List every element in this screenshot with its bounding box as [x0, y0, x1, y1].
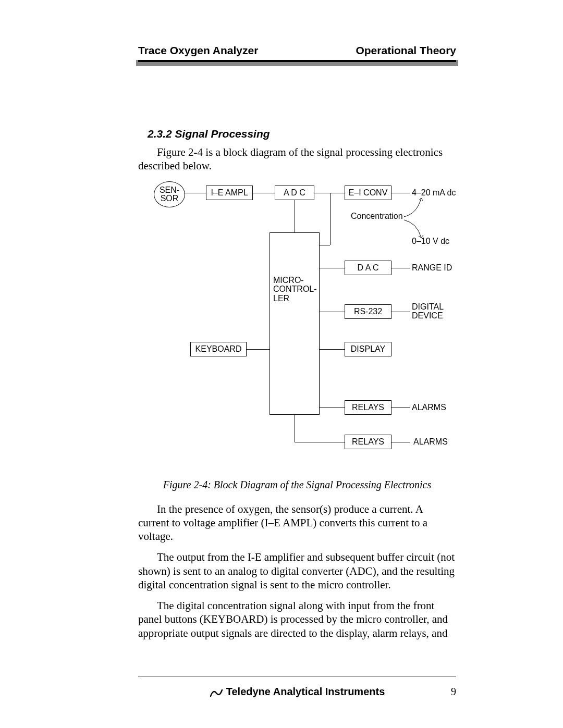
page-header: Trace Oxygen Analyzer Operational Theory [138, 44, 456, 62]
keyboard-block: KEYBOARD [190, 342, 247, 356]
line-micro-dac [320, 268, 345, 268]
line-micro-display [320, 349, 345, 350]
footer-brand: Teledyne Analytical Instruments [226, 686, 385, 697]
page-footer: Teledyne Analytical Instruments 9 [138, 676, 456, 699]
relays1-block: RELAYS [345, 400, 391, 415]
section-heading: 2.3.2 Signal Processing [148, 128, 456, 140]
output-0-10v: 0–10 V dc [412, 237, 449, 246]
paragraph-2-text: The output from the I-E amplifier and su… [138, 551, 455, 591]
intro-paragraph: Figure 2-4 is a block diagram of the sig… [138, 145, 456, 173]
alarms2-label: ALARMS [413, 437, 448, 447]
adc-block: A D C [275, 186, 314, 200]
line-adc-micro [295, 200, 295, 232]
line-micro-down [295, 415, 295, 442]
paragraph-3: The digital concentration signal along w… [138, 599, 456, 640]
line-stub-top [320, 245, 330, 245]
eiconv-block: E–I CONV [345, 186, 391, 200]
figure-caption: Figure 2-4: Block Diagram of the Signal … [138, 479, 456, 491]
content-area: 2.3.2 Signal Processing Figure 2-4 is a … [138, 128, 456, 647]
header-left: Trace Oxygen Analyzer [138, 44, 258, 57]
alarms1-label: ALARMS [412, 403, 446, 412]
line-branch-up [330, 193, 331, 245]
concentration-arrows-icon [401, 195, 427, 242]
paragraph-2: The output from the I-E amplifier and su… [138, 550, 456, 591]
line-sensor-ieampl [184, 193, 206, 193]
line-eiconv-420 [391, 193, 410, 193]
sensor-block: SEN- SOR [154, 181, 185, 207]
paragraph-1-text: In the presence of oxygen, the sensor(s)… [138, 503, 427, 543]
line-micro-rs232 [320, 312, 345, 312]
header-rule [138, 60, 456, 62]
paragraph-3-text: The digital concentration signal along w… [138, 599, 448, 639]
line-adc-eiconv [314, 193, 345, 193]
block-diagram: SEN- SOR I–E AMPL A D C E–I CONV 4–20 mA… [138, 180, 456, 470]
header-right: Operational Theory [356, 44, 456, 57]
paragraph-1: In the presence of oxygen, the sensor(s)… [138, 502, 456, 544]
rangeid-label: RANGE ID [412, 263, 452, 273]
display-block: DISPLAY [345, 342, 391, 356]
digitaldevice-label: DIGITAL DEVICE [412, 302, 444, 320]
page-number: 9 [451, 686, 456, 698]
teledyne-logo-icon [210, 688, 223, 700]
footer-rule [138, 676, 456, 676]
relays2-block: RELAYS [345, 435, 391, 449]
dac-block: D A C [345, 261, 391, 275]
line-relays1-alarm [391, 408, 410, 408]
line-dac-range [391, 268, 410, 268]
line-rs232-dev [391, 312, 410, 312]
line-keyboard-micro [247, 349, 270, 350]
line-ieampl-adc [253, 193, 275, 193]
concentration-label: Concentration [351, 212, 403, 221]
microcontroller-block: MICRO- CONTROL- LER [270, 232, 320, 415]
rs232-block: RS-232 [345, 304, 391, 319]
ieampl-block: I–E AMPL [206, 186, 253, 200]
line-micro-relays1 [320, 408, 345, 408]
line-relays2-alarm [391, 442, 410, 442]
footer-brand-wrap: Teledyne Analytical Instruments [138, 686, 456, 700]
line-down-relays2 [295, 442, 345, 442]
intro-text: Figure 2-4 is a block diagram of the sig… [138, 146, 443, 172]
